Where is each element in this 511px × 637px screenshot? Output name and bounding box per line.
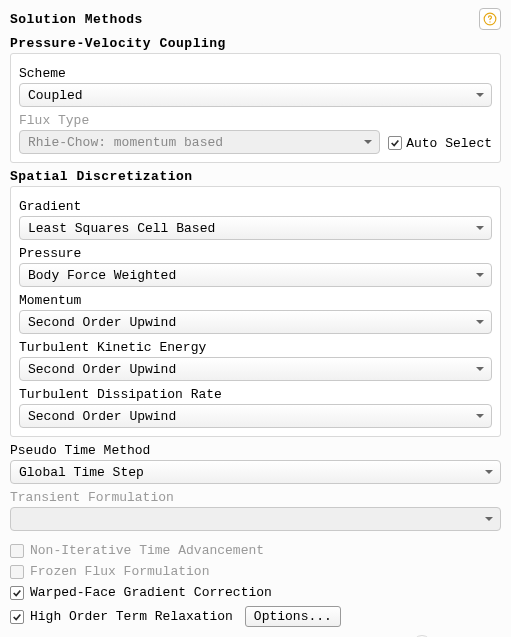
gradient-label: Gradient bbox=[19, 199, 492, 214]
scheme-value: Coupled bbox=[28, 88, 83, 103]
momentum-value: Second Order Upwind bbox=[28, 315, 176, 330]
chevron-down-icon bbox=[475, 223, 485, 233]
chevron-down-icon bbox=[475, 411, 485, 421]
ptm-value: Global Time Step bbox=[19, 465, 144, 480]
tke-label: Turbulent Kinetic Energy bbox=[19, 340, 492, 355]
gradient-dropdown[interactable]: Least Squares Cell Based bbox=[19, 216, 492, 240]
flux-type-value: Rhie-Chow: momentum based bbox=[28, 135, 223, 150]
wfgc-checkbox[interactable] bbox=[10, 586, 24, 600]
flux-type-label: Flux Type bbox=[19, 113, 492, 128]
chevron-down-icon bbox=[363, 137, 373, 147]
chevron-down-icon bbox=[475, 90, 485, 100]
sd-section-title: Spatial Discretization bbox=[10, 169, 501, 184]
chevron-down-icon bbox=[475, 270, 485, 280]
pressure-value: Body Force Weighted bbox=[28, 268, 176, 283]
chevron-down-icon bbox=[475, 317, 485, 327]
auto-select-checkbox[interactable] bbox=[388, 136, 402, 150]
help-button[interactable] bbox=[479, 8, 501, 30]
momentum-label: Momentum bbox=[19, 293, 492, 308]
nita-checkbox bbox=[10, 544, 24, 558]
wfgc-label: Warped-Face Gradient Correction bbox=[30, 585, 272, 600]
fff-label: Frozen Flux Formulation bbox=[30, 564, 209, 579]
pvc-section-title: Pressure-Velocity Coupling bbox=[10, 36, 501, 51]
ptm-label: Pseudo Time Method bbox=[10, 443, 501, 458]
nita-label: Non-Iterative Time Advancement bbox=[30, 543, 264, 558]
pressure-dropdown[interactable]: Body Force Weighted bbox=[19, 263, 492, 287]
hotr-checkbox[interactable] bbox=[10, 610, 24, 624]
chevron-down-icon bbox=[484, 467, 494, 477]
tdr-value: Second Order Upwind bbox=[28, 409, 176, 424]
scheme-dropdown[interactable]: Coupled bbox=[19, 83, 492, 107]
pvc-group: Scheme Coupled Flux Type Rhie-Chow: mome… bbox=[10, 53, 501, 163]
chevron-down-icon bbox=[484, 514, 494, 524]
sd-group: Gradient Least Squares Cell Based Pressu… bbox=[10, 186, 501, 437]
pressure-label: Pressure bbox=[19, 246, 492, 261]
chevron-down-icon bbox=[475, 364, 485, 374]
tke-dropdown[interactable]: Second Order Upwind bbox=[19, 357, 492, 381]
tf-label: Transient Formulation bbox=[10, 490, 501, 505]
auto-select-label: Auto Select bbox=[406, 136, 492, 151]
tdr-dropdown[interactable]: Second Order Upwind bbox=[19, 404, 492, 428]
page-title: Solution Methods bbox=[10, 12, 143, 27]
help-icon bbox=[483, 12, 497, 26]
options-button[interactable]: Options... bbox=[245, 606, 341, 627]
ptm-dropdown[interactable]: Global Time Step bbox=[10, 460, 501, 484]
scheme-label: Scheme bbox=[19, 66, 492, 81]
gradient-value: Least Squares Cell Based bbox=[28, 221, 215, 236]
svg-point-1 bbox=[489, 21, 490, 22]
tdr-label: Turbulent Dissipation Rate bbox=[19, 387, 492, 402]
tke-value: Second Order Upwind bbox=[28, 362, 176, 377]
flux-type-dropdown: Rhie-Chow: momentum based bbox=[19, 130, 380, 154]
tf-dropdown bbox=[10, 507, 501, 531]
fff-checkbox bbox=[10, 565, 24, 579]
hotr-label: High Order Term Relaxation bbox=[30, 609, 233, 624]
momentum-dropdown[interactable]: Second Order Upwind bbox=[19, 310, 492, 334]
